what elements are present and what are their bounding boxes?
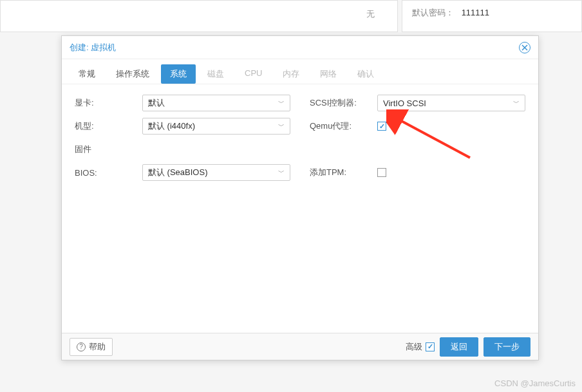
machine-select[interactable]: 默认 (i440fx) ﹀ [142, 118, 290, 135]
background-right-panel: 默认密码： 111111 [402, 0, 582, 32]
tabs-bar: 常规 操作系统 系统 磁盘 CPU 内存 网络 确认 [62, 59, 538, 84]
machine-label: 机型: [75, 120, 142, 132]
watermark: CSDN @JamesCurtis [494, 378, 576, 388]
bios-row: BIOS: 默认 (SeaBIOS) ﹀ [75, 164, 290, 181]
qemu-label: Qemu代理: [310, 120, 377, 132]
password-value: 111111 [462, 8, 489, 17]
tab-disk: 磁盘 [198, 64, 233, 84]
gpu-select[interactable]: 默认 ﹀ [142, 95, 290, 111]
gpu-row: 显卡: 默认 ﹀ [75, 95, 290, 111]
close-icon [521, 44, 528, 51]
bios-label: BIOS: [75, 168, 142, 178]
tpm-row: 添加TPM: [310, 164, 525, 181]
help-label: 帮助 [89, 341, 106, 353]
advanced-toggle[interactable]: 高级 ✓ [406, 341, 435, 353]
modal-footer: ? 帮助 高级 ✓ 返回 下一步 [62, 333, 538, 360]
gpu-value: 默认 [148, 97, 165, 109]
form-body: 显卡: 默认 ﹀ 机型: 默认 (i440fx) ﹀ 固件 BIOS: 默认 [62, 84, 538, 333]
modal-title: 创建: 虚拟机 [70, 42, 116, 53]
gpu-label: 显卡: [75, 97, 142, 109]
chevron-down-icon: ﹀ [513, 98, 520, 107]
machine-value: 默认 (i440fx) [148, 120, 195, 132]
help-button[interactable]: ? 帮助 [70, 338, 113, 356]
advanced-label: 高级 [406, 341, 422, 353]
tab-network: 网络 [311, 64, 346, 84]
chevron-down-icon: ﹀ [278, 98, 285, 107]
tab-os[interactable]: 操作系统 [107, 64, 158, 84]
modal-header: 创建: 虚拟机 [62, 36, 538, 59]
machine-row: 机型: 默认 (i440fx) ﹀ [75, 118, 290, 135]
close-button[interactable] [519, 42, 530, 53]
left-column: 显卡: 默认 ﹀ 机型: 默认 (i440fx) ﹀ 固件 BIOS: 默认 [75, 95, 290, 322]
firmware-row: 固件 [75, 141, 290, 158]
scsi-row: SCSI控制器: VirtIO SCSI ﹀ [310, 95, 525, 111]
tab-cpu: CPU [236, 64, 271, 84]
tab-system[interactable]: 系统 [161, 64, 196, 84]
tpm-checkbox[interactable] [377, 168, 386, 177]
create-vm-modal: 创建: 虚拟机 常规 操作系统 系统 磁盘 CPU 内存 网络 确认 显卡: 默… [61, 35, 539, 360]
bg-left-text: 无 [366, 9, 375, 19]
qemu-checkbox[interactable]: ✓ [377, 122, 386, 131]
tpm-label: 添加TPM: [310, 167, 377, 178]
tab-memory: 内存 [274, 64, 308, 84]
next-button[interactable]: 下一步 [483, 337, 530, 357]
firmware-label: 固件 [75, 144, 142, 155]
chevron-down-icon: ﹀ [278, 122, 285, 131]
help-icon: ? [77, 342, 86, 351]
background-left-panel: 无 [0, 0, 398, 32]
right-column: SCSI控制器: VirtIO SCSI ﹀ Qemu代理: ✓ 添加TPM: [310, 95, 525, 322]
bios-select[interactable]: 默认 (SeaBIOS) ﹀ [142, 164, 290, 181]
scsi-value: VirtIO SCSI [383, 98, 426, 108]
qemu-row: Qemu代理: ✓ [310, 118, 525, 135]
tab-general[interactable]: 常规 [70, 64, 104, 84]
chevron-down-icon: ﹀ [278, 168, 285, 177]
tab-confirm: 确认 [348, 64, 383, 84]
scsi-select[interactable]: VirtIO SCSI ﹀ [377, 95, 525, 111]
scsi-label: SCSI控制器: [310, 97, 377, 109]
password-label: 默认密码： [412, 8, 454, 17]
bios-value: 默认 (SeaBIOS) [148, 167, 207, 178]
back-button[interactable]: 返回 [440, 337, 478, 357]
spacer-row [310, 141, 525, 158]
advanced-checkbox[interactable]: ✓ [426, 342, 435, 351]
